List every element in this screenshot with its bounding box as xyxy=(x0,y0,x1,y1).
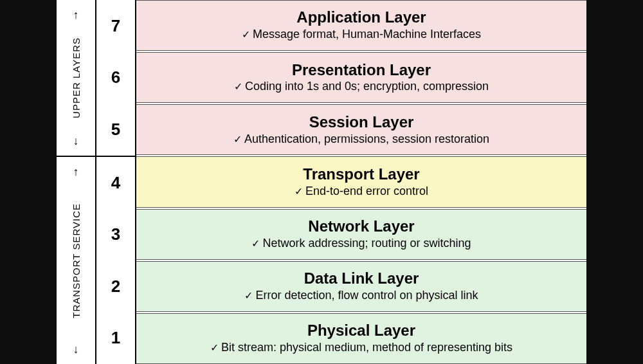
layer-title: Physical Layer xyxy=(307,322,415,340)
data-link-layer: Data Link Layer ✓Error detection, flow c… xyxy=(136,261,586,312)
check-icon: ✓ xyxy=(233,134,242,145)
arrow-up-icon: ↑ xyxy=(73,163,79,180)
check-icon: ✓ xyxy=(251,238,260,249)
check-icon: ✓ xyxy=(294,186,303,197)
layer-number: 2 xyxy=(96,260,135,313)
physical-layer: Physical Layer ✓Bit stream: physical med… xyxy=(136,313,586,364)
application-layer: Application Layer ✓Message format, Human… xyxy=(136,0,586,51)
layer-description: ✓Authentication, permissions, session re… xyxy=(233,132,489,147)
layer-description: ✓Error detection, flow control on physic… xyxy=(244,288,478,303)
transport-layer: Transport Layer ✓End-to-end error contro… xyxy=(136,156,586,207)
check-icon: ✓ xyxy=(210,342,219,353)
layer-numbers-column: 7 6 5 4 3 2 1 xyxy=(95,0,136,364)
transport-service-group: ↑ TRANSPORT SERVICE ↓ xyxy=(57,157,95,364)
layer-title: Transport Layer xyxy=(303,165,419,184)
transport-service-label: TRANSPORT SERVICE xyxy=(71,203,82,318)
check-icon: ✓ xyxy=(244,290,253,301)
layers-column: Application Layer ✓Message format, Human… xyxy=(136,0,586,364)
layer-title: Application Layer xyxy=(296,8,426,27)
arrow-down-icon: ↓ xyxy=(73,341,79,358)
layer-number: 3 xyxy=(96,208,135,260)
layer-description: ✓End-to-end error control xyxy=(294,184,428,199)
layer-number: 7 xyxy=(96,0,135,52)
layer-number: 4 xyxy=(96,156,135,209)
layer-title: Presentation Layer xyxy=(292,61,431,80)
layer-number: 5 xyxy=(96,104,135,156)
arrow-up-icon: ↑ xyxy=(73,6,79,23)
layer-title: Network Layer xyxy=(308,217,414,236)
arrow-down-icon: ↓ xyxy=(73,132,79,149)
osi-model-diagram: ↑ UPPER LAYERS ↓ ↑ TRANSPORT SERVICE ↓ 7… xyxy=(57,0,586,364)
group-labels-column: ↑ UPPER LAYERS ↓ ↑ TRANSPORT SERVICE ↓ xyxy=(57,0,95,364)
layer-title: Session Layer xyxy=(309,113,414,132)
upper-layers-label: UPPER LAYERS xyxy=(71,37,82,118)
layer-description: ✓Coding into 1s and 0s; encryption, comp… xyxy=(234,79,489,94)
layer-title: Data Link Layer xyxy=(304,269,419,288)
layer-description: ✓Bit stream: physical medium, method of … xyxy=(210,340,512,355)
session-layer: Session Layer ✓Authentication, permissio… xyxy=(136,104,586,155)
network-layer: Network Layer ✓Network addressing; routi… xyxy=(136,209,586,260)
layer-number: 1 xyxy=(96,312,135,364)
check-icon: ✓ xyxy=(234,81,242,92)
layer-description: ✓Network addressing; routing or switchin… xyxy=(251,236,471,251)
upper-layers-group: ↑ UPPER LAYERS ↓ xyxy=(57,0,95,157)
layer-description: ✓Message format, Human-Machine Interface… xyxy=(242,27,481,42)
presentation-layer: Presentation Layer ✓Coding into 1s and 0… xyxy=(136,52,586,103)
layer-number: 6 xyxy=(96,52,135,104)
check-icon: ✓ xyxy=(242,29,250,40)
